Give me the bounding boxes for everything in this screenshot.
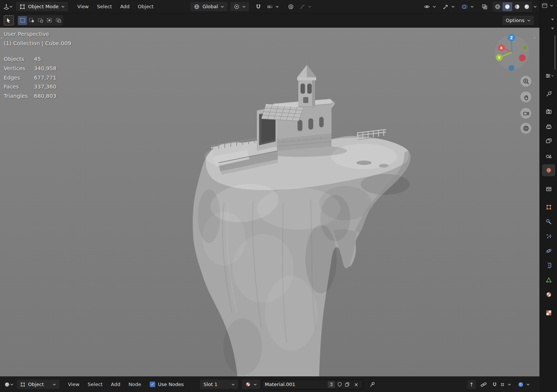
shading-solid-button[interactable]	[502, 2, 512, 11]
chevron-down-icon	[527, 19, 530, 22]
tab-object[interactable]	[542, 201, 555, 213]
users-count-badge[interactable]: 3	[328, 381, 335, 388]
pin-button[interactable]	[367, 380, 377, 389]
shading-dropdown-chevron-icon[interactable]	[533, 6, 537, 8]
tab-particles[interactable]	[542, 230, 555, 242]
region-collapse-left[interactable]: ‹	[1, 35, 3, 41]
preview-shading-dropdown[interactable]	[514, 380, 533, 389]
slot-dropdown[interactable]: Slot 1	[200, 380, 238, 389]
region-menu-arrow[interactable]	[551, 19, 554, 21]
tab-scene[interactable]	[542, 150, 555, 162]
shader-editor-type-button[interactable]	[4, 380, 14, 389]
select-box-subtract-icon	[38, 18, 43, 23]
use-nodes-checkbox[interactable]: ✓	[150, 382, 155, 387]
go-up-button[interactable]: ↑	[467, 380, 476, 389]
node-snapping-dropdown[interactable]	[489, 380, 514, 389]
magnifier-icon	[523, 78, 529, 85]
snap-target-dropdown[interactable]	[264, 2, 282, 11]
zoom-button[interactable]	[520, 76, 531, 87]
object-properties-icon	[545, 204, 552, 211]
material-name-field[interactable]: Material.001 3 ×	[262, 380, 363, 389]
object-visibility-dropdown[interactable]	[420, 2, 439, 11]
orientation-label: Global	[202, 4, 218, 9]
chevron-down-icon	[451, 6, 455, 8]
menu-view[interactable]: View	[73, 2, 93, 12]
falloff-dropdown[interactable]	[296, 2, 315, 11]
mode-label: Object Mode	[28, 4, 59, 9]
menu-select[interactable]: Select	[84, 380, 107, 389]
viewport-editor-icon	[3, 4, 9, 10]
browse-material-dropdown[interactable]	[242, 380, 260, 389]
select-mode-new-button[interactable]	[18, 16, 27, 25]
chevron-down-icon	[10, 383, 13, 386]
tab-world[interactable]	[542, 164, 555, 176]
shading-rendered-button[interactable]	[522, 2, 532, 11]
viewport-3d[interactable]: User Perspective (1) Collection | Cube.0…	[0, 28, 540, 376]
use-nodes-toggle[interactable]: ✓ Use Nodes	[150, 382, 184, 387]
snap-toggle-button[interactable]	[253, 2, 264, 11]
menu-add[interactable]: Add	[107, 380, 124, 389]
properties-editor-type-button[interactable]	[542, 70, 557, 82]
pin-icon	[369, 382, 375, 388]
link-button[interactable]	[479, 380, 489, 389]
menu-view[interactable]: View	[64, 380, 84, 389]
tab-collection[interactable]	[542, 183, 555, 195]
active-tool-tweak-button[interactable]	[4, 15, 14, 25]
gizmo-axis-neg-z[interactable]	[508, 65, 514, 71]
tab-physics[interactable]	[542, 245, 555, 257]
properties-tab-strip	[539, 0, 557, 392]
pan-button[interactable]	[520, 91, 531, 102]
duplicate-icon[interactable]	[345, 382, 350, 387]
stat-label: Triangles	[4, 93, 34, 99]
mode-dropdown[interactable]: Object Mode	[16, 2, 68, 11]
shading-material-button[interactable]	[512, 2, 522, 11]
shader-type-dropdown[interactable]: Object	[17, 380, 59, 389]
tab-constraints[interactable]	[542, 259, 555, 271]
editor-window-icon[interactable]	[542, 3, 548, 9]
world-globe-icon	[545, 167, 552, 174]
select-mode-intersect-button[interactable]	[54, 16, 63, 25]
chevron-down-icon	[526, 383, 530, 386]
region-menu-arrow[interactable]	[551, 28, 554, 29]
gizmo-axis-neg-y[interactable]	[522, 45, 528, 50]
region-collapse-right[interactable]: ‹	[534, 35, 536, 41]
unlink-button[interactable]: ×	[352, 380, 360, 389]
options-dropdown[interactable]: Options	[502, 16, 534, 25]
chevron-down-icon[interactable]	[550, 3, 553, 9]
show-overlays-dropdown[interactable]	[458, 2, 477, 11]
select-mode-extend-button[interactable]	[27, 16, 36, 25]
pivot-dropdown[interactable]	[230, 2, 249, 11]
tab-object-data[interactable]	[542, 274, 555, 286]
gizmo-axis-neg-x[interactable]	[519, 55, 526, 61]
perspective-toggle-button[interactable]	[520, 123, 531, 134]
show-gizmo-dropdown[interactable]	[439, 2, 458, 11]
snap-increment-icon	[267, 4, 273, 10]
tab-modifiers[interactable]	[542, 216, 555, 228]
constraints-icon	[545, 262, 552, 269]
navigation-gizmo[interactable]: Z X Y	[494, 32, 531, 73]
select-mode-subtract-button[interactable]	[36, 16, 45, 25]
tab-output[interactable]	[542, 121, 555, 133]
scrollbar[interactable]	[554, 35, 556, 70]
camera-view-button[interactable]	[520, 108, 531, 119]
menu-select[interactable]: Select	[93, 2, 116, 12]
tab-texture[interactable]	[542, 307, 555, 319]
editor-type-button[interactable]	[3, 2, 13, 11]
tab-view-layer[interactable]	[542, 135, 555, 147]
chevron-down-icon	[231, 383, 235, 386]
proportional-edit-button[interactable]	[286, 2, 296, 11]
particles-icon	[545, 233, 552, 240]
tab-material[interactable]	[542, 289, 555, 301]
fake-user-shield-icon[interactable]	[337, 382, 342, 387]
menu-add[interactable]: Add	[116, 2, 134, 12]
shading-wireframe-button[interactable]	[493, 2, 502, 11]
tab-render[interactable]	[542, 106, 555, 118]
tab-tool[interactable]	[542, 88, 555, 100]
scene-icon	[545, 152, 552, 159]
xray-toggle-button[interactable]	[479, 2, 489, 11]
select-mode-invert-button[interactable]	[45, 16, 54, 25]
menu-object[interactable]: Object	[134, 2, 158, 12]
menu-node[interactable]: Node	[124, 380, 145, 389]
chevron-down-icon	[308, 6, 311, 8]
orientation-dropdown[interactable]: Global	[190, 2, 227, 11]
